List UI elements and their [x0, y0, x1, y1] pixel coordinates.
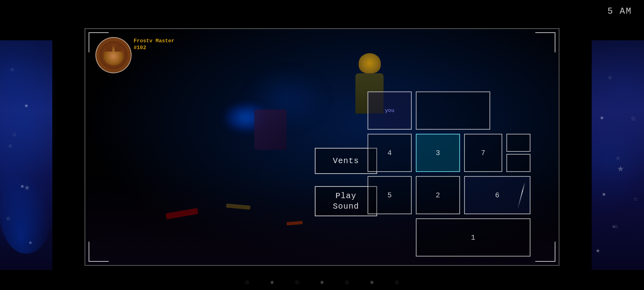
star-icon: ☆ [633, 193, 638, 203]
camera-cell-6[interactable]: 6 [464, 176, 530, 214]
star-icon: ★ [596, 246, 600, 255]
star-icon: ★ [600, 113, 604, 122]
camera-cell-wide[interactable] [416, 91, 490, 130]
user-avatar [95, 37, 132, 73]
star-icon: ★ [24, 101, 29, 110]
camera-cell-2[interactable]: 2 [416, 176, 460, 214]
camera-label-5: 5 [388, 191, 392, 199]
username-label: Frostv Master #102 [134, 38, 174, 52]
star-icon: ★ [611, 222, 616, 230]
star-icon: ☆ [608, 72, 612, 81]
camera-cell-you[interactable]: you [367, 91, 412, 130]
star-icon: ☆ [616, 153, 620, 162]
star-icon: ☆ [10, 64, 14, 73]
camera-label-4: 4 [388, 149, 392, 157]
bottom-bar: ☆ ★ ☆ ★ ☆ ★ ☆ [0, 270, 644, 290]
camera-cell-7[interactable]: 7 [464, 134, 502, 172]
left-decor-panel: ☆ ★ ☆ ★ ☆ ★ [0, 40, 52, 274]
camera-cell-3[interactable]: 3 [416, 134, 460, 172]
camera-map: you 4 3 7 5 2 6 1 [367, 91, 545, 265]
star-icon: ☆ [6, 213, 10, 222]
star-icon: ☆ [12, 129, 17, 139]
star-icon: ☆ [8, 141, 12, 150]
star-icon: ★ [369, 277, 374, 287]
star-icon: ☆ [394, 277, 399, 287]
camera-cell-1[interactable]: 1 [416, 218, 530, 257]
star-icon: ☆ [631, 113, 636, 124]
bottom-stars-row: ☆ ★ ☆ ★ ☆ ★ ☆ [80, 277, 564, 287]
play-sound-label: PlaySound [333, 191, 359, 212]
camera-label-3: 3 [436, 149, 440, 157]
star-icon: ★ [320, 277, 324, 287]
star-icon: ★ [270, 277, 275, 287]
corner-bracket-tr [535, 32, 555, 52]
camera-label-6: 6 [495, 191, 500, 199]
star-icon: ☆ [245, 277, 250, 287]
camera-label-7: 7 [481, 149, 485, 157]
camera-cell-7c[interactable] [506, 154, 530, 172]
star-icon: ☆ [345, 277, 349, 287]
star-icon: ★ [617, 161, 624, 175]
corner-bracket-bl [89, 242, 109, 262]
camera-cell-5[interactable]: 5 [367, 176, 412, 214]
camera-label-you: you [385, 108, 394, 114]
scene-object [254, 110, 287, 150]
star-icon: ★ [602, 189, 606, 198]
camera-label-2: 2 [436, 191, 440, 199]
star-icon: ★ [24, 181, 30, 193]
camera-6-light-line [517, 182, 525, 209]
time-display: 5 AM [607, 6, 632, 17]
star-icon: ☆ [295, 277, 299, 287]
camera-label-1: 1 [471, 234, 475, 242]
right-decor-panel: ☆ ★ ☆ ★ ☆ ★ [592, 40, 644, 274]
camera-cell-7b[interactable] [506, 134, 530, 152]
monitor-screen: Frostv Master #102 Vents PlaySound you 4… [85, 28, 559, 266]
camera-cell-4[interactable]: 4 [367, 134, 412, 172]
